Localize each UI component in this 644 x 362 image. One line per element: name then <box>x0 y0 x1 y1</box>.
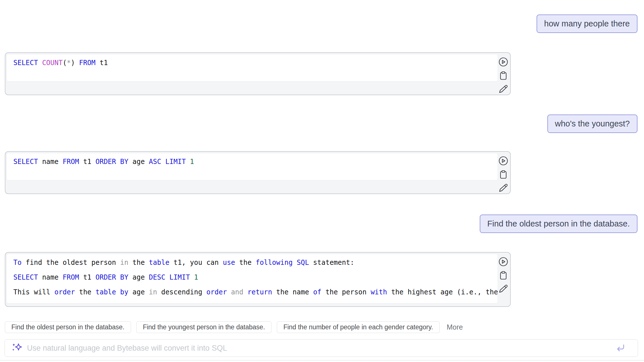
composer-placeholder: Use natural language and Bytebase will c… <box>27 344 616 353</box>
suggestion-gender-count[interactable]: Find the number of people in each gender… <box>277 321 439 333</box>
clipboard-icon <box>498 270 508 280</box>
edit-sql-button[interactable] <box>498 284 508 294</box>
play-circle-icon <box>498 57 508 67</box>
clipboard-icon <box>498 169 508 180</box>
user-message-bubble: Find the oldest person in the database. <box>480 215 637 233</box>
pencil-icon <box>498 183 508 193</box>
clipboard-icon <box>498 70 508 81</box>
copy-sql-button[interactable] <box>498 169 508 180</box>
play-circle-icon <box>498 156 508 166</box>
user-message-text: Find the oldest person in the database. <box>487 219 630 228</box>
assistant-sql-box: SELECT name FROM t1 ORDER BY age ASC LIM… <box>5 151 511 194</box>
suggestion-youngest-person[interactable]: Find the youngest person in the database… <box>136 321 272 333</box>
suggestion-oldest-person[interactable]: Find the oldest person in the database. <box>5 321 131 333</box>
run-query-button[interactable] <box>498 57 508 67</box>
nl-to-sql-input[interactable]: Use natural language and Bytebase will c… <box>5 339 638 357</box>
edit-sql-button[interactable] <box>498 84 508 94</box>
suggestion-row: Find the oldest person in the database. … <box>5 321 639 333</box>
bottom-divider <box>0 360 644 361</box>
copy-sql-button[interactable] <box>498 70 508 81</box>
sql-code-area[interactable]: To find the oldest person in the table t… <box>7 254 498 303</box>
sql-code-area[interactable]: SELECT COUNT(*) FROM t1 <box>7 54 498 82</box>
play-circle-icon <box>498 257 508 267</box>
submit-enter-button[interactable] <box>616 343 625 353</box>
user-message-bubble: how many people there <box>537 14 637 33</box>
enter-return-icon <box>616 343 625 353</box>
assistant-sql-box: To find the oldest person in the table t… <box>5 252 511 307</box>
edit-sql-button[interactable] <box>498 183 508 193</box>
more-suggestions-link[interactable]: More <box>447 323 463 331</box>
pencil-icon <box>498 84 508 94</box>
assistant-sql-box: SELECT COUNT(*) FROM t1 <box>5 52 511 95</box>
sql-code-line: This will order the table by age in desc… <box>13 285 498 299</box>
sql-code-line: To find the oldest person in the table t… <box>13 255 498 270</box>
sql-code-line: SELECT name FROM t1 ORDER BY age DESC LI… <box>13 270 498 285</box>
copy-sql-button[interactable] <box>498 270 508 280</box>
pencil-icon <box>498 284 508 294</box>
user-message-text: who's the youngest? <box>555 119 630 128</box>
run-query-button[interactable] <box>498 156 508 166</box>
user-message-bubble: who's the youngest? <box>547 115 638 133</box>
sql-code-line: SELECT name FROM t1 ORDER BY age ASC LIM… <box>13 154 498 169</box>
sql-code-line: SELECT COUNT(*) FROM t1 <box>13 55 498 70</box>
run-query-button[interactable] <box>498 257 508 267</box>
sql-actions <box>498 57 508 94</box>
sql-chat-page: how many people there SELECT COUNT(*) FR… <box>0 0 644 362</box>
sparkles-icon <box>11 342 22 354</box>
user-message-text: how many people there <box>544 19 630 28</box>
sql-code-area[interactable]: SELECT name FROM t1 ORDER BY age ASC LIM… <box>7 153 498 180</box>
sql-actions <box>498 156 508 193</box>
sql-actions <box>498 257 508 294</box>
